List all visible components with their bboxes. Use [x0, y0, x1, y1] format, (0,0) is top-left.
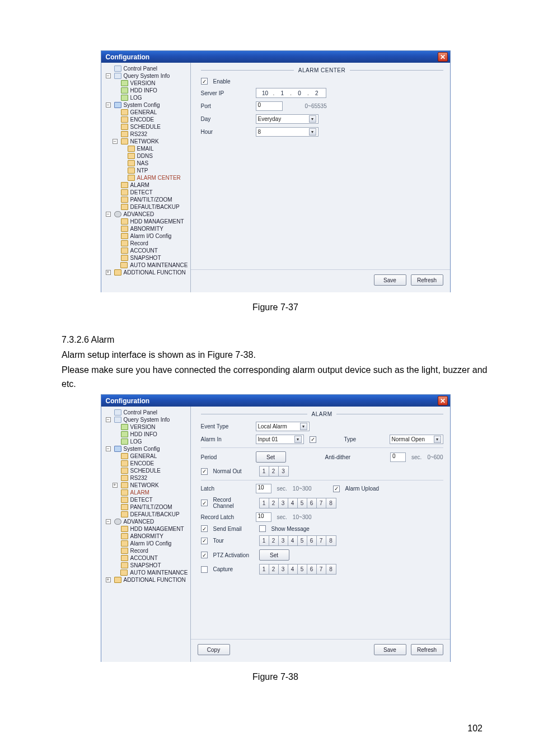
tree-item[interactable]: ALARM [104, 181, 188, 189]
tree-item[interactable]: LOG [104, 438, 188, 445]
channel-button[interactable]: 1 [260, 536, 269, 545]
tree-item[interactable]: GENERAL [104, 109, 188, 116]
tree-item[interactable]: NAS [104, 160, 188, 167]
tree-item[interactable]: DETECT [104, 189, 188, 196]
tree-item[interactable]: SNAPSHOT [104, 254, 188, 262]
refresh-button[interactable]: Refresh [411, 644, 443, 655]
channel-button[interactable]: 4 [288, 536, 298, 545]
tree-item[interactable]: ABNORMITY [104, 225, 188, 232]
tree-item[interactable]: DETECT [104, 496, 188, 503]
alarm-in-checkbox[interactable]: ✓ [310, 436, 316, 443]
anti-dither-input[interactable]: 0 [390, 452, 406, 462]
tree-additional[interactable]: +ADDTIONAL FUNCTION [104, 576, 188, 584]
tree-item[interactable]: RS232 [104, 130, 188, 138]
ip-octet-2[interactable]: 1 [275, 90, 289, 96]
channel-button[interactable]: 8 [326, 536, 336, 545]
alarm-upload-checkbox[interactable]: ✓ [333, 486, 340, 492]
tree-item[interactable]: AUTO MAINTENANCE [104, 262, 188, 269]
tree-item[interactable]: RS232 [104, 474, 188, 482]
tree-item[interactable]: NTP [104, 167, 188, 174]
channel-button[interactable]: 8 [326, 564, 336, 574]
tree-toggle-icon[interactable]: − [106, 446, 111, 451]
channel-button[interactable]: 5 [298, 564, 307, 574]
tree-additional[interactable]: +ADDTIONAL FUNCTION [104, 269, 188, 276]
channel-button[interactable]: 6 [307, 498, 317, 508]
tree-item[interactable]: Alarm I/O Config [104, 232, 188, 240]
channel-button[interactable]: 7 [317, 498, 326, 508]
tree-item[interactable]: VERSION [104, 423, 188, 431]
channel-button[interactable]: 7 [317, 536, 326, 545]
tree-item[interactable]: ENCODE [104, 116, 188, 123]
tree-item[interactable]: SCHEDULE [104, 467, 188, 474]
channel-button[interactable]: 1 [260, 498, 269, 508]
tree-item[interactable]: PAN/TILT/ZOOM [104, 503, 188, 511]
channel-button[interactable]: 6 [307, 536, 317, 545]
tree-item[interactable]: EMAIL [104, 145, 188, 152]
tree-item[interactable]: ABNORMITY [104, 533, 188, 540]
channel-button[interactable]: 4 [288, 498, 298, 508]
tree-item[interactable]: Alarm I/O Config [104, 540, 188, 547]
tree-item[interactable]: VERSION [104, 80, 188, 87]
channel-button[interactable]: 1 [260, 466, 269, 476]
day-select[interactable]: Everyday ▾ [256, 114, 318, 124]
tree-toggle-icon[interactable]: − [106, 102, 111, 108]
tree-item[interactable]: DEFAULT/BACKUP [104, 511, 188, 518]
tree-toggle-icon[interactable]: + [106, 577, 111, 582]
tree-system-config[interactable]: −System Config [104, 101, 188, 109]
tree-root[interactable]: Control Panel [104, 65, 188, 72]
channel-button[interactable]: 7 [317, 564, 326, 574]
tree-item[interactable]: SNAPSHOT [104, 562, 188, 569]
tree-advanced[interactable]: −ADVANCED [104, 211, 188, 218]
tree-root[interactable]: Control Panel [104, 409, 188, 416]
tree-item[interactable]: Record [104, 240, 188, 247]
copy-button[interactable]: Copy [198, 644, 230, 655]
tree-item-selected[interactable]: ALARM CENTER [104, 174, 188, 181]
tree-query[interactable]: −Query System Info [104, 72, 188, 80]
tour-checkbox[interactable]: ✓ [201, 538, 208, 544]
hour-select[interactable]: 8 ▾ [256, 127, 318, 137]
tree-item[interactable]: ACCOUNT [104, 247, 188, 254]
save-button[interactable]: Save [374, 644, 406, 655]
tree-item[interactable]: HDD INFO [104, 431, 188, 438]
channel-button[interactable]: 8 [326, 498, 336, 508]
show-message-checkbox[interactable] [259, 525, 266, 532]
latch-input[interactable]: 10 [256, 484, 271, 493]
tree-toggle-icon[interactable]: − [106, 73, 111, 78]
tree-item[interactable]: HDD MANAGEMENT [104, 525, 188, 533]
ip-octet-3[interactable]: 0 [293, 90, 306, 96]
normal-out-checkbox[interactable]: ✓ [201, 468, 208, 475]
tree-item[interactable]: ACCOUNT [104, 554, 188, 562]
tree-advanced[interactable]: −ADVANCED [104, 518, 188, 525]
tree-item[interactable]: DEFAULT/BACKUP [104, 203, 188, 211]
tree-toggle-icon[interactable]: + [113, 483, 118, 488]
tree-item[interactable]: LOG [104, 94, 188, 101]
channel-button[interactable]: 4 [288, 564, 298, 574]
tree-item[interactable]: DDNS [104, 152, 188, 160]
channel-button[interactable]: 2 [269, 498, 279, 508]
refresh-button[interactable]: Refresh [411, 274, 443, 286]
record-channel-checkbox[interactable]: ✓ [201, 500, 208, 506]
tree-item[interactable]: SCHEDULE [104, 123, 188, 130]
tree-network[interactable]: −NETWORK [104, 138, 188, 145]
channel-button[interactable]: 6 [307, 564, 317, 574]
tree-network[interactable]: +NETWORK [104, 482, 188, 489]
port-input[interactable]: 0 [256, 101, 283, 111]
tree-item[interactable]: ENCODE [104, 460, 188, 467]
tree-query[interactable]: −Query System Info [104, 416, 188, 423]
tree-item[interactable]: Record [104, 547, 188, 554]
channel-button[interactable]: 3 [279, 498, 288, 508]
channel-button[interactable]: 2 [269, 536, 279, 545]
tree-toggle-icon[interactable]: − [106, 417, 111, 422]
tree-toggle-icon[interactable]: + [106, 270, 111, 275]
tree-toggle-icon[interactable]: − [113, 139, 118, 144]
channel-button[interactable]: 2 [269, 564, 279, 574]
capture-checkbox[interactable] [201, 566, 208, 573]
channel-button[interactable]: 3 [279, 564, 288, 574]
tree-item[interactable]: AUTO MAINTENANCE [104, 569, 188, 576]
ptz-activation-checkbox[interactable]: ✓ [201, 552, 208, 558]
record-latch-input[interactable]: 10 [256, 512, 271, 522]
tree-item-selected[interactable]: ALARM [104, 489, 188, 496]
tree-item[interactable]: HDD INFO [104, 87, 188, 94]
tree-item[interactable]: HDD MANAGEMENT [104, 218, 188, 225]
channel-button[interactable]: 2 [269, 466, 279, 476]
